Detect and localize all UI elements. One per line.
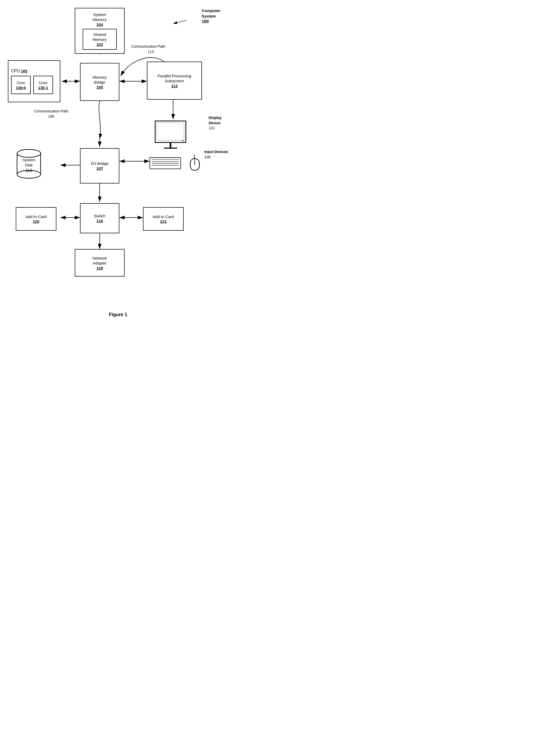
figure-label: Figure 1 — [0, 312, 236, 323]
mouse-icon — [189, 155, 201, 173]
svg-point-19 — [17, 149, 41, 157]
parallel-processing-box: Parallel ProcessingSubsystem 112 — [147, 62, 202, 100]
addin-card-120-box: Add-In Card 120 — [16, 207, 56, 231]
network-adapter-box: NetworkAdapter 118 — [75, 249, 125, 276]
display-device-icon — [155, 121, 186, 149]
comm-path-113-label: Communication Path 113 — [131, 44, 165, 54]
memory-bridge-box: MemoryBridge 105 — [80, 63, 119, 101]
computer-system-label: Computer System 100 — [202, 8, 220, 25]
keyboard-icon — [150, 157, 181, 169]
display-device-label: DisplayDevice 110 — [209, 115, 222, 131]
system-disk-icon: SystemDisk 114 — [13, 147, 45, 182]
input-devices-label: Input Devices 108 — [204, 149, 228, 160]
switch-box: Switch 116 — [80, 203, 119, 233]
system-memory-box: SystemMemory 104 SharedMemory 103 — [75, 8, 125, 54]
core1-box: Core 130-1 — [33, 76, 53, 94]
svg-line-15 — [173, 20, 186, 23]
comm-path-106-label: Communication Path 106 — [34, 109, 68, 119]
addin-card-121-box: Add-In Card 121 — [143, 207, 184, 231]
diagram: Computer System 100 SystemMemory 104 Sha… — [0, 0, 236, 309]
core0-box: Core 130-0 — [11, 76, 31, 94]
io-bridge-box: I/O Bridge 107 — [80, 148, 119, 184]
shared-memory-box: SharedMemory 103 — [82, 29, 117, 50]
cpu-box: CPU 102 Core 130-0 Core 130-1 — [8, 60, 60, 102]
